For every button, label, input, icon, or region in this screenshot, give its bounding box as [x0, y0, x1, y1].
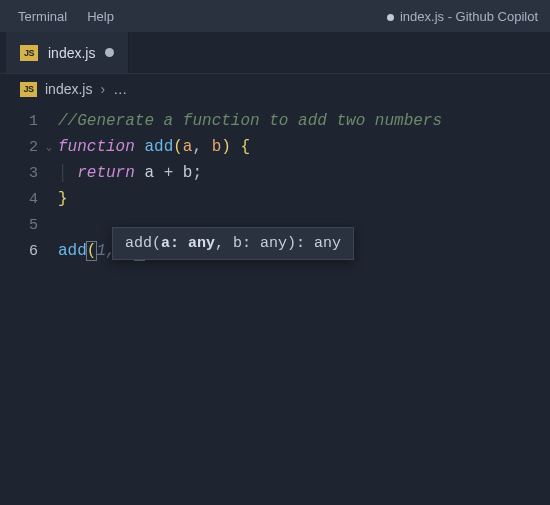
line-number: 5 — [0, 217, 58, 234]
tab-bar: JS index.js — [0, 32, 550, 74]
line-number: 2⌄ — [0, 139, 58, 156]
token-keyword: function — [58, 138, 135, 156]
line-number: 4 — [0, 191, 58, 208]
token-function-name: add — [144, 138, 173, 156]
js-file-icon: JS — [20, 82, 37, 97]
token-keyword: return — [77, 164, 135, 182]
tab-index-js[interactable]: JS index.js — [6, 32, 129, 73]
unsaved-dot-icon — [105, 48, 114, 57]
code-line[interactable]: 1 //Generate a function to add two numbe… — [0, 108, 550, 134]
signature-tooltip: add(a: any, b: any): any — [112, 227, 354, 260]
tab-label: index.js — [48, 45, 95, 61]
ghost-text: 1 — [96, 242, 106, 260]
token-param: a — [183, 138, 193, 156]
fold-chevron-icon[interactable]: ⌄ — [46, 141, 52, 153]
breadcrumb-more: … — [113, 81, 127, 97]
window-title: index.js - Github Copilot — [124, 9, 542, 24]
breadcrumb[interactable]: JS index.js › … — [0, 74, 550, 104]
breadcrumb-file: index.js — [45, 81, 92, 97]
line-number: 3 — [0, 165, 58, 182]
menu-help[interactable]: Help — [77, 5, 124, 28]
line-number: 6 — [0, 243, 58, 260]
token-function-call: add — [58, 242, 87, 260]
token-comment: //Generate a function to add two numbers — [58, 112, 442, 130]
chevron-right-icon: › — [100, 81, 105, 97]
line-number: 1 — [0, 113, 58, 130]
token-brace: } — [58, 190, 68, 208]
code-line[interactable]: 2⌄ function add(a, b) { — [0, 134, 550, 160]
modified-dot-icon — [387, 14, 394, 21]
code-editor[interactable]: 1 //Generate a function to add two numbe… — [0, 104, 550, 264]
menu-terminal[interactable]: Terminal — [8, 5, 77, 28]
window-title-text: index.js - Github Copilot — [400, 9, 538, 24]
token-param: b — [212, 138, 222, 156]
js-file-icon: JS — [20, 45, 38, 61]
titlebar: Terminal Help index.js - Github Copilot — [0, 0, 550, 32]
code-line[interactable]: 4 } — [0, 186, 550, 212]
menu-bar: Terminal Help — [8, 5, 124, 28]
code-line[interactable]: 3 │ return a + b; — [0, 160, 550, 186]
